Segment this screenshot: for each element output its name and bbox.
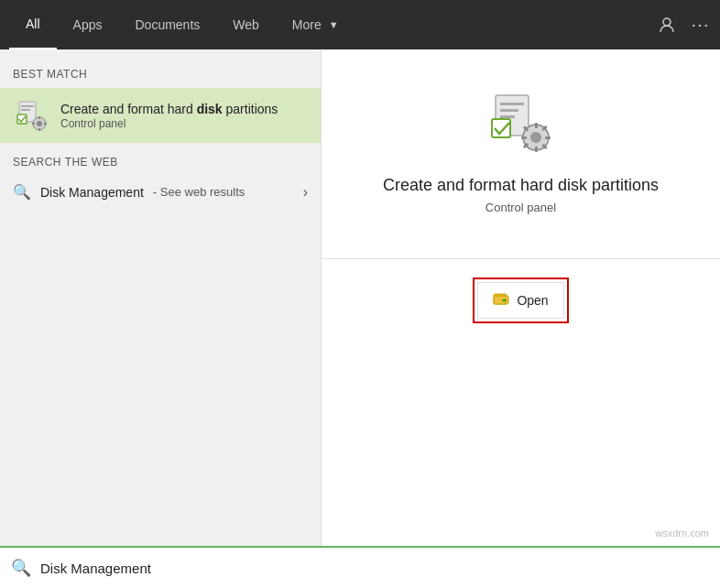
web-search-name: Disk Management bbox=[40, 185, 144, 200]
svg-rect-9 bbox=[44, 123, 47, 125]
search-bar: 🔍 bbox=[0, 546, 720, 588]
svg-rect-20 bbox=[545, 136, 551, 139]
tab-apps[interactable]: Apps bbox=[57, 0, 119, 49]
svg-rect-13 bbox=[500, 109, 518, 112]
watermark: wsxdrn.com bbox=[655, 528, 709, 539]
top-bar: All Apps Documents Web More ▼ ⋯ bbox=[0, 0, 720, 49]
best-match-sub: Control panel bbox=[60, 117, 278, 130]
best-match-text: Create and format hard disk partitions C… bbox=[60, 101, 278, 130]
chevron-down-icon: ▼ bbox=[329, 19, 339, 30]
svg-rect-18 bbox=[535, 147, 538, 152]
best-match-label: Best match bbox=[0, 62, 321, 86]
best-match-item[interactable]: Create and format hard disk partitions C… bbox=[0, 88, 321, 143]
svg-rect-12 bbox=[500, 103, 524, 105]
right-panel: Create and format hard disk partitions C… bbox=[321, 49, 720, 546]
search-input[interactable] bbox=[40, 561, 709, 576]
open-icon bbox=[493, 290, 509, 310]
svg-rect-19 bbox=[521, 136, 527, 139]
svg-point-16 bbox=[530, 132, 541, 143]
left-panel: Best match bbox=[0, 49, 321, 546]
main-area: Best match bbox=[0, 49, 720, 546]
right-panel-title: Create and format hard disk partitions bbox=[383, 176, 659, 195]
topbar-icons: ⋯ bbox=[658, 14, 711, 36]
search-icon: 🔍 bbox=[11, 558, 31, 578]
svg-rect-17 bbox=[535, 123, 538, 128]
tab-list: All Apps Documents Web More ▼ bbox=[9, 0, 658, 49]
svg-rect-6 bbox=[38, 116, 40, 119]
right-panel-subtitle: Control panel bbox=[485, 201, 556, 214]
tab-web[interactable]: Web bbox=[216, 0, 276, 49]
tab-documents[interactable]: Documents bbox=[118, 0, 216, 49]
tab-more[interactable]: More ▼ bbox=[276, 0, 355, 49]
open-button-highlight: Open bbox=[473, 278, 568, 323]
chevron-right-icon: › bbox=[303, 184, 308, 201]
web-search-item[interactable]: 🔍 Disk Management - See web results › bbox=[0, 174, 321, 210]
right-divider bbox=[322, 258, 720, 259]
svg-rect-7 bbox=[38, 128, 40, 131]
svg-rect-3 bbox=[21, 109, 30, 111]
best-match-name: Create and format hard disk partitions bbox=[60, 101, 278, 117]
svg-rect-8 bbox=[32, 123, 35, 125]
search-web-icon: 🔍 bbox=[13, 183, 31, 201]
feedback-icon[interactable] bbox=[658, 16, 676, 34]
web-search-left: 🔍 Disk Management - See web results bbox=[13, 183, 245, 201]
disk-management-icon bbox=[13, 97, 49, 134]
more-options-icon[interactable]: ⋯ bbox=[691, 14, 711, 36]
more-label: More bbox=[292, 17, 322, 32]
right-panel-icon bbox=[485, 86, 558, 159]
svg-point-0 bbox=[663, 18, 671, 26]
open-button[interactable]: Open bbox=[477, 282, 563, 319]
search-web-label: Search the web bbox=[0, 150, 321, 174]
open-label: Open bbox=[517, 293, 548, 308]
web-search-link: - See web results bbox=[153, 185, 245, 199]
svg-rect-2 bbox=[21, 105, 34, 107]
svg-rect-14 bbox=[500, 115, 515, 118]
svg-point-5 bbox=[37, 121, 42, 126]
tab-all[interactable]: All bbox=[9, 0, 57, 49]
